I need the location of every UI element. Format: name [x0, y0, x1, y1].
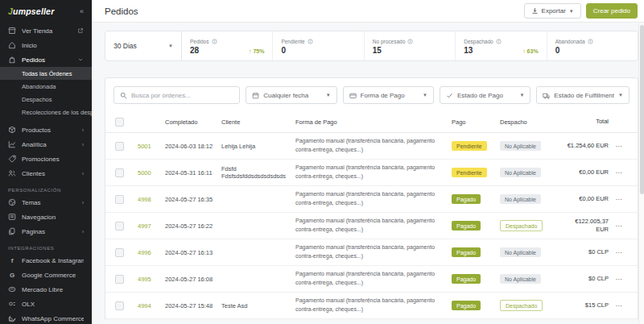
payment-status-badge: Pagado [452, 274, 481, 284]
search-input[interactable] [131, 92, 233, 99]
order-number-link[interactable]: 5001 [138, 143, 165, 150]
delta-up-badge: ↑ 75% [249, 48, 264, 54]
sidebar-item-olx[interactable]: OLX [0, 297, 92, 311]
search-orders-field[interactable] [114, 86, 240, 104]
order-number-link[interactable]: 5000 [138, 169, 165, 177]
calendar-icon [252, 92, 259, 99]
analytics-icon [8, 140, 16, 148]
sidebar-item-google-commerce[interactable]: G Google Commerce [0, 268, 92, 282]
order-number-link[interactable]: 4996 [138, 249, 165, 256]
table-row: 5001 2024-06-03 18:12 Lehija Lehija Paga… [105, 133, 638, 160]
stat-pendiente: Pendiente 0 [273, 31, 364, 60]
table-header: Completado Cliente Forma de Pago Pago De… [105, 112, 638, 133]
whatsapp-icon [8, 314, 16, 322]
payment-status-filter-dropdown[interactable]: Estado de Pago ▼ [440, 86, 530, 104]
row-checkbox[interactable] [115, 222, 124, 231]
sidebar-item-analitica[interactable]: Analítica › [0, 137, 92, 152]
date-filter-dropdown[interactable]: Cualquier fecha ▼ [246, 86, 336, 104]
sidebar-item-promociones[interactable]: Promociones [0, 152, 92, 166]
order-total: €1.254,60 EUR [564, 142, 609, 151]
row-checkbox[interactable] [115, 195, 124, 204]
sidebar-subitem-recolecciones[interactable]: Recolecciones de los despach [0, 106, 92, 118]
sidebar-item-facebook-instagram[interactable]: f Facebook & Instagram [0, 253, 92, 268]
sidebar-item-navegacion[interactable]: Navegacion [0, 210, 92, 224]
row-actions-button[interactable]: ⋯ [609, 302, 630, 309]
fulfillment-status-badge: No Aplicable [500, 194, 541, 204]
fulfillment-status-badge: No Aplicable [500, 168, 541, 177]
home-icon [8, 41, 16, 49]
sidebar-item-inicio[interactable]: Inicio [0, 38, 92, 52]
row-checkbox[interactable] [115, 168, 124, 177]
sidebar-item-pedidos[interactable]: Pedidos [0, 52, 92, 67]
sidebar-subitem-despachos[interactable]: Despachos [0, 93, 92, 106]
order-total: €0,00 EUR [564, 195, 609, 204]
col-completado: Completado [165, 118, 221, 126]
col-despacho: Despacho [500, 118, 564, 126]
sidebar-subitem-todas-las-ordenes[interactable]: Todas las Órdenes [0, 67, 92, 80]
chevron-right-icon: › [82, 127, 84, 133]
row-checkbox[interactable] [115, 301, 124, 310]
export-button[interactable]: Exportar ▼ [524, 3, 581, 19]
row-actions-button[interactable]: ⋯ [609, 222, 630, 230]
users-icon [8, 169, 16, 177]
row-actions-button[interactable]: ⋯ [609, 169, 630, 177]
payment-method: Pagamento manual (transferência bancária… [295, 270, 452, 288]
info-icon[interactable] [212, 39, 217, 44]
info-icon[interactable] [588, 39, 593, 44]
period-selector[interactable]: 30 Dias ▼ [105, 31, 182, 60]
payment-method: Pagamento manual (transferência bancária… [295, 137, 452, 155]
row-actions-button[interactable]: ⋯ [609, 276, 630, 283]
payment-method: Pagamento manual (transferência bancária… [295, 164, 452, 181]
row-actions-button[interactable]: ⋯ [609, 196, 630, 203]
info-icon[interactable] [407, 39, 413, 44]
payment-method-filter-dropdown[interactable]: Forma de Pago ▼ [343, 86, 434, 104]
row-actions-button[interactable]: ⋯ [609, 143, 630, 150]
sidebar-item-whatsapp-commerce[interactable]: WhatsApp Commerce [0, 311, 92, 324]
completed-date: 2024-05-27 16:35 [165, 196, 221, 203]
table-row: 4996 2024-05-27 16:13 Pagamento manual (… [105, 239, 638, 266]
chevron-down-icon: ▼ [569, 9, 574, 14]
row-checkbox[interactable] [115, 248, 124, 257]
scrollbar-thumb[interactable] [640, 25, 644, 194]
sidebar-item-paginas[interactable]: Páginas › [0, 224, 92, 239]
row-actions-button[interactable]: ⋯ [609, 249, 630, 256]
vertical-scrollbar[interactable] [638, 23, 644, 324]
sidebar-item-temas[interactable]: Temas › [0, 195, 92, 210]
completed-date: 2024-05-27 16:22 [165, 222, 221, 230]
table-row: 5000 2024-05-31 16:11 Fdsfd Fdsfsdsfddsd… [105, 160, 638, 186]
stat-despachado: Despachado 13 ↑ 63% [456, 31, 547, 60]
order-total: $0 CLP [564, 275, 609, 284]
info-icon[interactable] [308, 39, 313, 44]
sidebar-item-productos[interactable]: Productos › [0, 123, 92, 137]
pages-icon [8, 227, 16, 235]
check-icon [446, 92, 453, 99]
fulfillment-status-badge: No Aplicable [500, 141, 541, 151]
sidebar-subitem-abandonada[interactable]: Abandonada [0, 80, 92, 93]
completed-date: 2024-06-03 18:12 [165, 143, 221, 150]
chevron-down-icon [77, 56, 84, 63]
sidebar-item-clientes[interactable]: Clientes › [0, 166, 92, 181]
sidebar-item-ver-tienda[interactable]: Ver Tienda [0, 23, 92, 38]
chevron-right-icon: › [82, 171, 84, 177]
completed-date: 2024-05-27 16:08 [165, 276, 221, 283]
col-pago: Pago [452, 118, 500, 126]
sidebar-item-mercado-libre[interactable]: Mercado Libre [0, 282, 92, 297]
order-number-link[interactable]: 4994 [138, 302, 165, 309]
fulfillment-filter-dropdown[interactable]: Estado de Fulfillment ▼ [536, 86, 630, 104]
order-total: $0 CLP [564, 248, 609, 257]
create-order-button[interactable]: Crear pedido [586, 3, 638, 19]
row-checkbox[interactable] [115, 142, 124, 151]
select-all-checkbox[interactable] [115, 118, 124, 127]
info-icon[interactable] [496, 39, 502, 44]
jumpseller-logo[interactable]: Jumpseller [8, 6, 54, 16]
order-number-link[interactable]: 4995 [138, 276, 165, 283]
bag-icon [8, 56, 16, 64]
external-link-icon [77, 27, 84, 34]
tag-icon [8, 155, 16, 163]
section-label-personalizacion: Personalización [0, 181, 92, 195]
row-checkbox[interactable] [115, 275, 124, 284]
order-number-link[interactable]: 4997 [138, 222, 165, 230]
order-number-link[interactable]: 4998 [138, 196, 165, 203]
collapse-sidebar-icon[interactable]: « [80, 7, 84, 15]
chevron-down-icon: ▼ [423, 93, 427, 98]
